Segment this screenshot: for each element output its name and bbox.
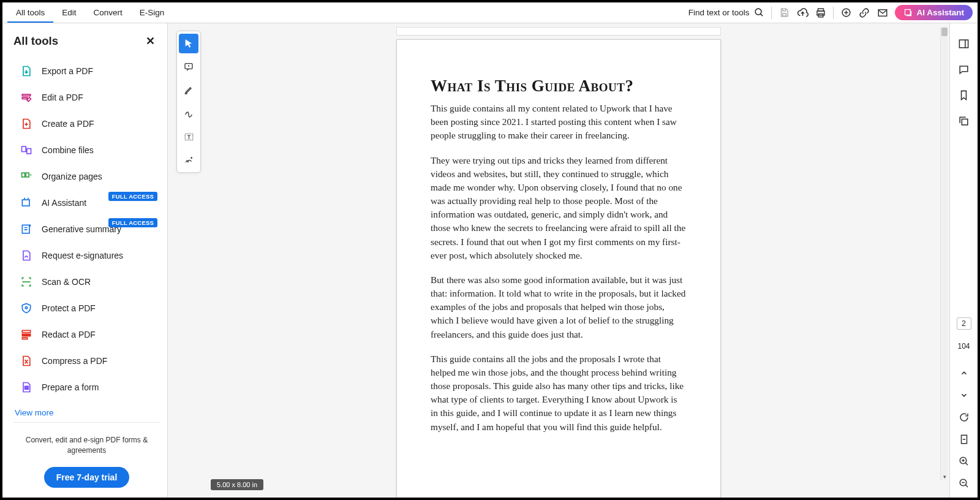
tool-label: Prepare a form: [42, 382, 99, 392]
copy-icon[interactable]: [957, 114, 971, 127]
close-panel-button[interactable]: ✕: [146, 34, 155, 48]
tool-label: Request e-signatures: [42, 251, 123, 260]
free-trial-button[interactable]: Free 7-day trial: [44, 467, 130, 488]
tool-create-pdf[interactable]: Create a PDF: [13, 112, 160, 136]
svg-point-24: [191, 157, 192, 158]
paragraph: This guide contains all the jobs and the…: [431, 352, 687, 434]
edit-pdf-icon: [20, 91, 33, 104]
tool-prepare-form[interactable]: Prepare a form: [13, 375, 160, 400]
tool-export-pdf[interactable]: Export a PDF: [13, 59, 160, 83]
ai-sparkle-icon[interactable]: [840, 7, 852, 19]
svg-point-0: [755, 9, 761, 15]
tool-label: Scan & OCR: [42, 277, 91, 287]
svg-rect-11: [27, 149, 31, 154]
svg-rect-9: [22, 97, 27, 99]
svg-rect-26: [962, 119, 968, 125]
signature-icon: [20, 249, 33, 262]
tab-convert[interactable]: Convert: [85, 3, 131, 23]
scan-icon: [20, 275, 33, 289]
all-tools-panel: All tools ✕ Export a PDF Edit a PDF Crea…: [2, 23, 168, 498]
export-pdf-icon: [20, 64, 33, 78]
rail-bottom-controls: [957, 366, 971, 498]
ai-assistant-button[interactable]: AI Assistant: [895, 5, 973, 20]
highlight-tool[interactable]: [179, 80, 198, 100]
redact-icon: [20, 328, 33, 341]
tool-label: Export a PDF: [42, 66, 93, 76]
divider: [833, 7, 834, 19]
comment-tool[interactable]: [179, 57, 198, 77]
top-menu-bar: All tools Edit Convert E-Sign Find text …: [2, 2, 978, 23]
tool-generative-summary[interactable]: Generative summaryFULL ACCESS: [13, 217, 160, 241]
mail-icon[interactable]: [876, 7, 889, 19]
tool-label: Create a PDF: [42, 119, 94, 129]
zoom-in-icon[interactable]: [957, 455, 971, 468]
link-icon[interactable]: [858, 7, 870, 19]
svg-point-16: [25, 307, 27, 309]
footer-caption: Convert, edit and e-sign PDF forms & agr…: [13, 435, 160, 456]
fit-page-icon[interactable]: [957, 433, 971, 446]
full-access-badge: FULL ACCESS: [108, 218, 157, 227]
rotate-icon[interactable]: [957, 411, 971, 424]
panel-footer: Convert, edit and e-sign PDF forms & agr…: [13, 422, 160, 490]
tool-scan-ocr[interactable]: Scan & OCR: [13, 270, 160, 294]
tab-edit[interactable]: Edit: [53, 3, 85, 23]
tool-label: Combine files: [42, 145, 94, 155]
top-right-controls: Find text or tools AI Assistant: [688, 5, 973, 20]
svg-rect-2: [783, 13, 786, 16]
tool-redact-pdf[interactable]: Redact a PDF: [13, 322, 160, 347]
find-label: Find text or tools: [688, 8, 750, 17]
page-down-icon[interactable]: [957, 388, 971, 402]
comments-icon[interactable]: [957, 63, 971, 76]
svg-line-1: [761, 14, 763, 17]
vertical-scrollbar[interactable]: ▾: [940, 27, 948, 480]
panel-toggle-icon[interactable]: [957, 37, 971, 50]
page-dimensions-tooltip: 5.00 x 8.00 in: [211, 479, 263, 490]
draw-tool[interactable]: [179, 104, 198, 123]
svg-rect-14: [22, 200, 29, 206]
tool-compress-pdf[interactable]: Compress a PDF: [13, 349, 160, 373]
full-access-badge: FULL ACCESS: [108, 192, 157, 201]
view-more-link[interactable]: View more: [13, 408, 160, 417]
scroll-down-arrow[interactable]: ▾: [941, 473, 948, 480]
cloud-upload-icon[interactable]: [796, 7, 809, 19]
textbox-tool[interactable]: [179, 127, 198, 146]
tool-label: Redact a PDF: [42, 330, 96, 339]
tool-protect-pdf[interactable]: Protect a PDF: [13, 296, 160, 320]
print-icon[interactable]: [815, 7, 827, 19]
page-heading: What Is This Guide About?: [431, 77, 687, 96]
tools-list: Export a PDF Edit a PDF Create a PDF Com…: [13, 59, 160, 400]
tool-edit-pdf[interactable]: Edit a PDF: [13, 85, 160, 110]
tool-organize-pages[interactable]: Organize pages: [13, 164, 160, 189]
signature-tool[interactable]: [179, 150, 198, 170]
tool-request-signatures[interactable]: Request e-signatures: [13, 243, 160, 268]
scrollbar-thumb[interactable]: [941, 28, 948, 36]
document-viewport[interactable]: What Is This Guide About? This guide con…: [168, 23, 949, 498]
zoom-out-icon[interactable]: [957, 477, 971, 490]
top-tabs: All tools Edit Convert E-Sign: [7, 3, 173, 23]
total-pages: 104: [957, 342, 970, 350]
save-icon[interactable]: [778, 7, 790, 19]
tool-ai-assistant[interactable]: AI AssistantFULL ACCESS: [13, 191, 160, 215]
protect-icon: [20, 301, 33, 315]
divider: [771, 7, 772, 19]
tool-label: Compress a PDF: [42, 356, 107, 366]
tool-combine-files[interactable]: Combine files: [13, 138, 160, 162]
find-text-or-tools[interactable]: Find text or tools: [688, 7, 766, 19]
annotation-toolbar: [176, 31, 201, 173]
pdf-page: What Is This Guide About? This guide con…: [396, 39, 721, 498]
page-up-icon[interactable]: [957, 366, 971, 380]
create-pdf-icon: [20, 117, 33, 131]
paragraph: This guide contains all my content relat…: [431, 102, 687, 143]
ai-icon: [20, 196, 33, 210]
svg-rect-21: [25, 388, 29, 390]
svg-rect-10: [22, 146, 26, 151]
bookmark-icon[interactable]: [957, 88, 971, 102]
svg-rect-7: [905, 10, 911, 15]
right-rail: 2 104: [949, 23, 978, 498]
svg-rect-17: [22, 330, 30, 332]
tab-esign[interactable]: E-Sign: [131, 3, 173, 23]
current-page-input[interactable]: 2: [957, 317, 971, 330]
svg-rect-13: [26, 173, 29, 177]
select-tool[interactable]: [179, 34, 198, 53]
tab-all-tools[interactable]: All tools: [7, 3, 53, 23]
